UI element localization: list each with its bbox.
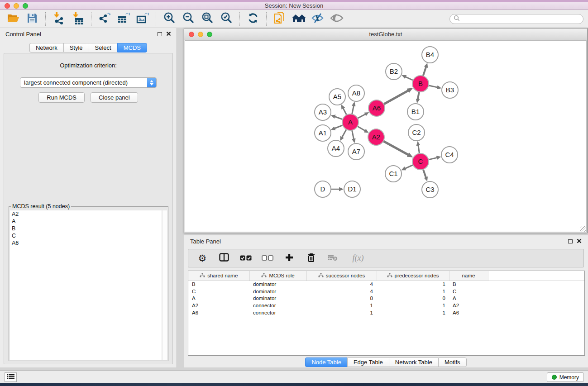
tab-network-table[interactable]: Network Table xyxy=(389,357,438,367)
table-cell[interactable]: 0 xyxy=(377,295,449,302)
table-cell[interactable]: 1 xyxy=(377,302,449,309)
tab-select[interactable]: Select xyxy=(89,43,117,52)
network-canvas[interactable]: AA1A2A3A4A5A6A7A8BB1B2B3B4CC1C2C3C4DD1 xyxy=(185,40,587,232)
save-session-button[interactable] xyxy=(25,12,39,26)
graph-edge-A-A3[interactable] xyxy=(335,116,343,119)
table-cell[interactable]: 4 xyxy=(306,281,377,288)
table-cell[interactable]: A xyxy=(449,295,488,302)
table-row[interactable]: A2connector11A2 xyxy=(188,302,584,309)
graph-edge-C-C4[interactable] xyxy=(429,157,437,160)
criterion-dropdown[interactable]: largest connected component (directed) xyxy=(20,77,157,88)
run-mcds-button[interactable]: Run MCDS xyxy=(38,92,85,103)
graph-edge-A2-C[interactable] xyxy=(383,141,408,155)
graph-node-A1[interactable]: A1 xyxy=(315,125,331,141)
graph-edge-A-A2[interactable] xyxy=(358,126,365,131)
graph-node-C3[interactable]: C3 xyxy=(422,181,438,198)
graph-node-B1[interactable]: B1 xyxy=(407,104,424,120)
graph-node-A6[interactable]: A6 xyxy=(368,100,385,116)
create-column-button[interactable] xyxy=(283,253,295,264)
table-settings-button[interactable]: ⚙ xyxy=(196,253,208,264)
column-header[interactable]: MCDS role xyxy=(249,271,306,281)
graph-edge-B-B4[interactable] xyxy=(423,67,426,76)
mcds-result-item[interactable]: A xyxy=(10,218,162,225)
graph-node-A2[interactable]: A2 xyxy=(368,129,384,145)
table-cell[interactable]: A2 xyxy=(188,302,249,309)
copy-network-button[interactable] xyxy=(273,12,287,26)
close-panel-icon[interactable] xyxy=(166,30,171,38)
table-cell[interactable]: C xyxy=(188,288,249,295)
table-cell[interactable]: 1 xyxy=(306,309,377,316)
graph-node-C2[interactable]: C2 xyxy=(408,124,425,141)
zoom-out-button[interactable] xyxy=(182,12,195,26)
graph-node-B[interactable]: B xyxy=(412,76,429,92)
table-cell[interactable]: dominator xyxy=(249,281,306,288)
graph-node-A3[interactable]: A3 xyxy=(315,104,331,120)
graph-node-B3[interactable]: B3 xyxy=(442,82,458,98)
mcds-result-item[interactable]: A6 xyxy=(10,239,162,247)
graph-node-A7[interactable]: A7 xyxy=(348,143,364,160)
table-row[interactable]: Adominator80A xyxy=(188,295,584,302)
function-builder-button[interactable]: f(x) xyxy=(349,253,368,264)
table-cell[interactable]: 4 xyxy=(306,288,377,295)
table-cell[interactable]: B xyxy=(449,281,488,288)
graph-node-B2[interactable]: B2 xyxy=(386,63,402,80)
graph-node-A[interactable]: A xyxy=(342,114,359,130)
delete-table-button[interactable] xyxy=(327,253,339,264)
show-columns-button[interactable] xyxy=(218,253,230,264)
graph-node-C4[interactable]: C4 xyxy=(441,147,458,163)
graph-node-D[interactable]: D xyxy=(315,181,331,197)
apply-layout-button[interactable] xyxy=(246,12,260,26)
table-cell[interactable]: dominator xyxy=(249,288,306,295)
float-table-panel-icon[interactable] xyxy=(568,239,573,243)
search-input[interactable] xyxy=(462,15,583,23)
graph-edge-A-A1[interactable] xyxy=(335,125,343,129)
memory-button[interactable]: Memory xyxy=(547,372,584,382)
table-cell[interactable]: dominator xyxy=(249,295,306,302)
tab-network[interactable]: Network xyxy=(29,43,63,52)
open-session-button[interactable] xyxy=(6,12,20,26)
table-cell[interactable]: 1 xyxy=(377,288,449,295)
table-row[interactable]: Cdominator41C xyxy=(188,288,584,295)
delete-column-button[interactable] xyxy=(305,253,317,264)
column-header[interactable]: name xyxy=(449,271,488,281)
tab-node-table[interactable]: Node Table xyxy=(305,357,347,367)
float-panel-icon[interactable] xyxy=(158,32,162,36)
network-window-titlebar[interactable]: testGlobe.txt xyxy=(184,29,587,40)
graph-edge-C-C3[interactable] xyxy=(423,169,426,177)
show-graphics-details-button[interactable] xyxy=(330,12,344,26)
export-network-button[interactable] xyxy=(98,12,111,26)
zoom-selected-button[interactable] xyxy=(220,12,233,26)
graph-node-C[interactable]: C xyxy=(412,153,429,170)
graph-node-D1[interactable]: D1 xyxy=(344,181,360,197)
graph-edge-A-A5[interactable] xyxy=(343,108,347,115)
mcds-result-item[interactable]: B xyxy=(10,225,162,232)
home-button[interactable] xyxy=(292,12,306,26)
mcds-result-item[interactable]: A2 xyxy=(10,210,162,218)
table-cell[interactable]: connector xyxy=(249,302,306,309)
mcds-result-item[interactable]: C xyxy=(10,232,162,239)
table-row[interactable]: A6connector11A6 xyxy=(188,309,584,316)
table-row[interactable]: Bdominator41B xyxy=(188,281,584,288)
graph-edge-C-C1[interactable] xyxy=(405,165,413,168)
table-cell[interactable]: connector xyxy=(249,309,306,316)
column-header[interactable]: successor nodes xyxy=(306,271,377,281)
zoom-in-button[interactable] xyxy=(163,12,176,26)
search-field[interactable] xyxy=(449,14,583,24)
deselect-all-button[interactable] xyxy=(262,253,273,264)
graph-edge-A-A8[interactable] xyxy=(352,105,354,114)
graph-edge-C-C2[interactable] xyxy=(418,145,420,153)
table-cell[interactable]: 1 xyxy=(306,302,377,309)
tab-edge-table[interactable]: Edge Table xyxy=(347,357,389,367)
resize-grip[interactable] xyxy=(580,226,586,232)
graph-edge-A-A7[interactable] xyxy=(352,130,354,139)
tab-motifs[interactable]: Motifs xyxy=(438,357,467,367)
table-cell[interactable]: A6 xyxy=(188,309,249,316)
graph-node-A8[interactable]: A8 xyxy=(348,85,364,101)
network-graph[interactable]: AA1A2A3A4A5A6A7A8BB1B2B3B4CC1C2C3C4DD1 xyxy=(185,41,587,233)
graph-node-A5[interactable]: A5 xyxy=(329,89,345,105)
graph-edge-A-A4[interactable] xyxy=(342,129,347,138)
tab-style[interactable]: Style xyxy=(63,43,89,52)
table-cell[interactable]: A6 xyxy=(449,309,488,316)
graph-edge-B-B1[interactable] xyxy=(418,92,419,100)
hide-graphics-details-button[interactable] xyxy=(311,12,325,26)
